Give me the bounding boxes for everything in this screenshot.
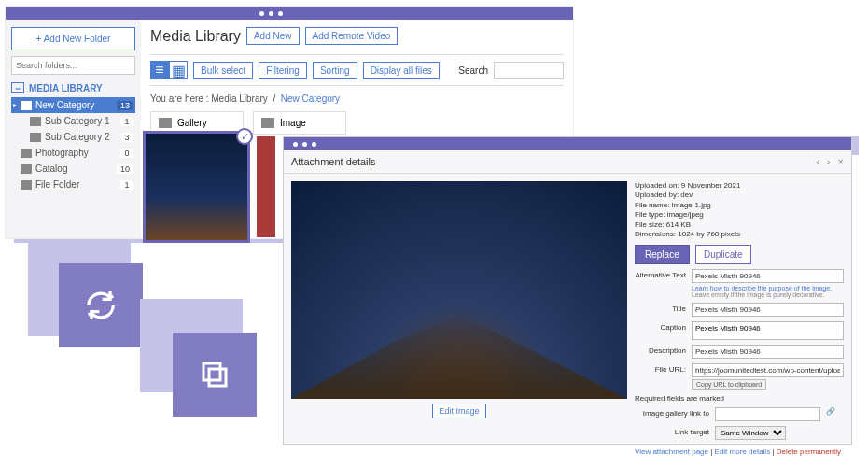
- add-remote-video-button[interactable]: Add Remote Video: [305, 27, 399, 45]
- titlebar: [6, 7, 573, 20]
- folder-card-image[interactable]: Image: [253, 111, 346, 135]
- svg-rect-0: [209, 369, 226, 386]
- edit-more-link[interactable]: Edit more details: [715, 447, 771, 456]
- selected-check-icon: ✓: [236, 128, 253, 145]
- window-dot-icon: [312, 142, 316, 147]
- page-title: Media Library: [150, 28, 241, 45]
- delete-permanently-link[interactable]: Delete permanently: [777, 447, 841, 456]
- display-all-button[interactable]: Display all files: [363, 62, 440, 79]
- gallery-link-input[interactable]: [715, 407, 820, 421]
- link-target-select[interactable]: Same Window: [715, 426, 786, 440]
- breadcrumb-root[interactable]: Media Library: [211, 93, 268, 104]
- description-input[interactable]: [692, 345, 844, 359]
- meta-list: Uploaded on: 9 November 2021 Uploaded by…: [635, 181, 844, 239]
- copy-icon-card: [173, 333, 257, 417]
- sorting-button[interactable]: Sorting: [313, 62, 357, 79]
- attachment-details-modal: Attachment details ‹ › × Edit Image Uplo…: [283, 136, 852, 445]
- replace-button[interactable]: Replace: [635, 245, 690, 264]
- meta-uploaded-on: Uploaded on: 9 November 2021: [635, 181, 844, 191]
- link-target-label: Link target: [635, 426, 709, 436]
- tree-item-sub1[interactable]: Sub Category 1 1: [21, 113, 135, 129]
- thumbnail-2[interactable]: [257, 136, 275, 237]
- count-badge: 1: [120, 180, 133, 190]
- add-new-button[interactable]: Add New: [246, 27, 300, 45]
- close-button[interactable]: ×: [838, 156, 844, 167]
- search-input[interactable]: [494, 62, 564, 79]
- filtering-button[interactable]: Filtering: [259, 62, 307, 79]
- tree-label: Photography: [35, 148, 89, 158]
- add-new-folder-button[interactable]: + Add New Folder: [11, 27, 135, 50]
- caption-input[interactable]: Pexels Misth 90946: [692, 321, 844, 340]
- view-attachment-link[interactable]: View attachment page: [635, 447, 708, 456]
- list-view-button[interactable]: ≡: [150, 61, 169, 79]
- modal-title: Attachment details: [291, 156, 376, 167]
- duplicate-button[interactable]: Duplicate: [695, 245, 751, 264]
- meta-uploaded-by: Uploaded by: dev: [635, 191, 844, 200]
- count-badge: 0: [120, 149, 133, 158]
- search-label: Search: [458, 65, 488, 76]
- fileurl-label: File URL:: [635, 363, 686, 374]
- meta-filetype: File type: image/jpeg: [635, 210, 844, 220]
- meta-dimensions: Dimensions: 1024 by 768 pixels: [635, 230, 844, 239]
- tree-item-new-category[interactable]: New Category 13: [11, 97, 135, 113]
- library-icon: ∞: [11, 82, 24, 93]
- library-label: MEDIA LIBRARY: [29, 83, 103, 93]
- count-badge: 3: [120, 133, 133, 142]
- toolbar: ≡ ▦ Bulk select Filtering Sorting Displa…: [150, 54, 564, 86]
- tree-item-filefolder[interactable]: File Folder 1: [11, 177, 135, 192]
- folder-icon: [261, 118, 274, 128]
- tree-item-catalog[interactable]: Catalog 10: [11, 161, 135, 177]
- thumbnail-selected[interactable]: ✓: [143, 131, 250, 243]
- tree-item-photography[interactable]: Photography 0: [11, 145, 135, 161]
- tree-label: Catalog: [35, 163, 67, 174]
- window-dot-icon: [278, 11, 283, 16]
- breadcrumb-prefix: You are here :: [150, 93, 208, 104]
- link-icon[interactable]: 🔗: [826, 407, 835, 416]
- folder-icon: [30, 117, 41, 126]
- sync-icon-card: [59, 263, 143, 347]
- grid-view-button[interactable]: ▦: [169, 61, 188, 79]
- title-input[interactable]: [692, 303, 844, 317]
- tree-label: New Category: [35, 100, 94, 110]
- mountain-shape: [291, 305, 627, 399]
- folder-icon: [159, 118, 172, 128]
- modal-titlebar: [284, 137, 851, 150]
- folder-icon: [21, 164, 32, 174]
- fileurl-input[interactable]: [692, 363, 844, 377]
- breadcrumb-sep: /: [273, 93, 275, 104]
- edit-image-button[interactable]: Edit Image: [432, 404, 485, 418]
- prev-button[interactable]: ‹: [816, 156, 819, 167]
- breadcrumb: You are here : Media Library / New Categ…: [150, 93, 564, 104]
- tree-label: Sub Category 2: [45, 132, 110, 142]
- bulk-select-button[interactable]: Bulk select: [193, 62, 253, 79]
- breadcrumb-current[interactable]: New Category: [281, 93, 340, 104]
- image-preview: [291, 181, 627, 399]
- alt-text-label: Alternative Text: [635, 269, 686, 279]
- folder-icon: [21, 149, 32, 158]
- folder-card-label: Image: [280, 118, 306, 128]
- title-label: Title: [635, 303, 686, 313]
- meta-filename: File name: Image-1.jpg: [635, 201, 844, 210]
- alt-hint-rest: Leave empty if the image is purely decor…: [692, 291, 824, 298]
- caption-label: Caption: [635, 321, 686, 332]
- tree-label: Sub Category 1: [45, 116, 110, 126]
- meta-column: Uploaded on: 9 November 2021 Uploaded by…: [635, 181, 844, 418]
- sync-icon: [82, 287, 119, 324]
- copy-icon: [198, 358, 231, 391]
- copy-url-button[interactable]: Copy URL to clipboard: [692, 379, 766, 390]
- alt-text-input[interactable]: [692, 269, 844, 283]
- tree-item-sub2[interactable]: Sub Category 2 3: [21, 129, 135, 145]
- window-dot-icon: [269, 11, 273, 16]
- count-badge: 13: [117, 101, 133, 110]
- window-dot-icon: [302, 142, 307, 147]
- next-button[interactable]: ›: [827, 156, 831, 167]
- tree-label: File Folder: [35, 179, 79, 190]
- view-toggle: ≡ ▦: [150, 61, 188, 79]
- library-root[interactable]: ∞ MEDIA LIBRARY: [11, 82, 135, 93]
- count-badge: 10: [117, 164, 133, 174]
- search-folders-input[interactable]: [11, 56, 135, 75]
- alt-hint-link[interactable]: Learn how to describe the purpose of the…: [692, 285, 832, 291]
- sidebar: + Add New Folder ∞ MEDIA LIBRARY New Cat…: [6, 20, 141, 238]
- folder-icon: [21, 180, 32, 190]
- meta-filesize: File size: 614 KB: [635, 220, 844, 230]
